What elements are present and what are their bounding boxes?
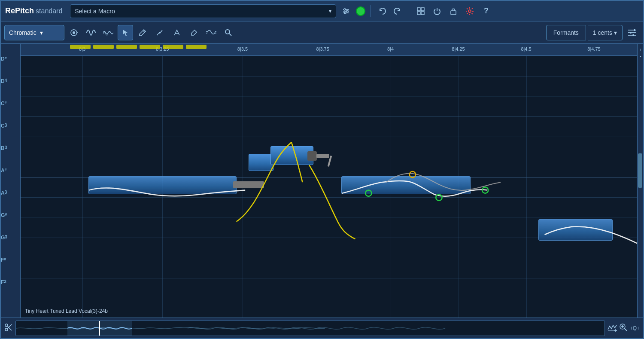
yellow-marker-2: [93, 45, 114, 49]
zoom-text-button[interactable]: +Q+: [630, 325, 640, 331]
settings-red-button[interactable]: [463, 5, 476, 18]
svg-line-24: [229, 34, 231, 36]
waveform-zoom-button[interactable]: [608, 323, 617, 333]
toolbar: Chromatic ▾: [1, 21, 643, 44]
bottom-right-icons: +Q+: [608, 323, 640, 333]
formants-button[interactable]: Formants: [546, 25, 586, 40]
piano-labels: D# D4 C# C3 B3 A# A3 G# G3 F# F3: [1, 44, 21, 318]
pen-tool-button[interactable]: [152, 25, 167, 40]
svg-rect-10: [451, 11, 456, 15]
lock-button[interactable]: [447, 5, 460, 18]
track-label: Tiny Heart Tuned Lead Vocal(3)-24b: [25, 308, 108, 314]
snap-button[interactable]: [66, 25, 82, 40]
cents-value: 1 cents: [593, 29, 612, 36]
anchor-tool-button[interactable]: [169, 25, 185, 40]
note-A3: A3: [1, 190, 20, 212]
marker-8-4-25: 8|4.25: [452, 46, 465, 52]
marker-8-3-5: 8|3.5: [237, 46, 248, 52]
top-icons-group: [376, 5, 404, 18]
waveform-container[interactable]: [15, 321, 605, 336]
divider-1: [371, 5, 371, 17]
note-F-sharp: F#: [1, 257, 20, 279]
svg-point-34: [410, 171, 416, 177]
macro-select-text: Select a Macro: [75, 8, 329, 15]
magnify-tool-button[interactable]: [221, 25, 236, 40]
filter-settings-button[interactable]: [340, 5, 352, 18]
svg-point-31: [365, 190, 371, 196]
zoom-plus-icon[interactable]: +: [638, 47, 643, 52]
logo-standard: standard: [36, 7, 62, 15]
note-D-sharp: D#: [1, 56, 20, 78]
undo-button[interactable]: [376, 5, 389, 18]
svg-rect-8: [417, 12, 420, 15]
wave2-tool-button[interactable]: [204, 25, 219, 40]
scissor-icon[interactable]: [4, 323, 13, 333]
power-button[interactable]: [431, 5, 444, 18]
redo-button[interactable]: [391, 5, 404, 18]
svg-point-3: [344, 9, 346, 10]
scrollbar-thumb[interactable]: [638, 153, 642, 188]
select-tool-button[interactable]: [118, 25, 133, 40]
yellow-marker-6: [186, 45, 207, 49]
divider-2: [409, 5, 409, 17]
pitch-curves-svg: [21, 56, 637, 318]
scale-selector[interactable]: Chromatic ▾: [4, 25, 64, 40]
scrollbar-right[interactable]: + -: [637, 44, 643, 318]
grid-button[interactable]: [414, 5, 427, 18]
svg-point-11: [468, 10, 471, 12]
zoom-fit-button[interactable]: [619, 323, 628, 333]
yellow-marker-1: [70, 45, 91, 49]
svg-point-5: [344, 12, 346, 14]
svg-rect-6: [417, 8, 420, 11]
note-C3: C3: [1, 123, 20, 145]
note-G-sharp: G#: [1, 212, 20, 235]
svg-line-16: [143, 31, 145, 32]
yellow-marker-3: [116, 45, 137, 49]
yellow-marker-4: [140, 45, 160, 49]
cents-chevron-icon: ▾: [614, 29, 617, 36]
grid-area: 8|3 8|3.25 8|3.5 8|3.75 8|4 8|4.25 8|4.5…: [21, 44, 637, 318]
macro-select[interactable]: Select a Macro ▾: [70, 4, 336, 18]
marker-8-4-75: 8|4.75: [587, 46, 600, 52]
svg-rect-9: [421, 12, 424, 15]
scale-label: Chromatic: [9, 29, 36, 36]
svg-point-17: [159, 32, 161, 34]
note-A-sharp: A#: [1, 168, 20, 190]
cents-display: 1 cents ▾: [588, 25, 623, 40]
bottom-bar: +Q+: [1, 318, 643, 338]
draw-pencil-button[interactable]: [135, 25, 150, 40]
zoom-minus-icon[interactable]: -: [638, 53, 643, 58]
scale-chevron-icon: ▾: [40, 29, 43, 36]
logo-repitch: RePitch: [5, 6, 34, 15]
yellow-marker-5: [163, 45, 183, 49]
note-G3: G3: [1, 235, 20, 257]
logo: RePitch standard: [5, 6, 62, 15]
note-D4: D4: [1, 78, 20, 101]
waveform-tool-button[interactable]: [83, 25, 99, 40]
help-button[interactable]: ?: [480, 5, 492, 18]
timeline-bar: 8|3 8|3.25 8|3.5 8|3.75 8|4 8|4.25 8|4.5…: [21, 44, 637, 56]
vibrato-tool-button[interactable]: [100, 25, 116, 40]
note-C-sharp: C#: [1, 101, 20, 123]
status-indicator: [356, 6, 365, 16]
app-wrapper: RePitch standard Select a Macro ▾: [0, 0, 644, 339]
marker-8-3-75: 8|3.75: [316, 46, 329, 52]
pitch-canvas[interactable]: Tiny Heart Tuned Lead Vocal(3)-24b: [21, 56, 637, 318]
eraser-tool-button[interactable]: [186, 25, 202, 40]
marker-8-4: 8|4: [387, 46, 394, 52]
waveform-svg: [16, 321, 605, 336]
note-F3: F3: [1, 279, 20, 302]
svg-point-13: [73, 31, 75, 34]
marker-8-4-5: 8|4.5: [521, 46, 531, 52]
main-area: D# D4 C# C3 B3 A# A3 G# G3 F# F3 8|3 8|3…: [1, 44, 643, 318]
note-B3: B3: [1, 145, 20, 168]
svg-line-44: [624, 328, 627, 331]
svg-point-4: [346, 10, 348, 12]
svg-point-23: [225, 30, 230, 34]
toolbar-settings-button[interactable]: [624, 25, 640, 40]
svg-rect-7: [421, 8, 424, 11]
top-bar: RePitch standard Select a Macro ▾: [1, 1, 643, 21]
macro-chevron-icon: ▾: [329, 8, 331, 14]
